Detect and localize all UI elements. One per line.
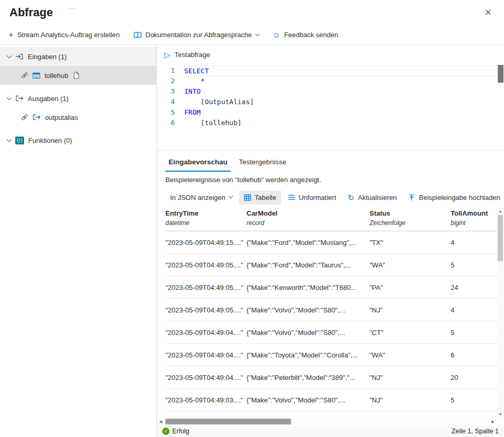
function-icon: {ƒ} <box>15 137 24 144</box>
raw-view-label: Unformatiert <box>299 194 337 201</box>
refresh-icon: ↻ <box>348 194 354 201</box>
scroll-right-icon[interactable]: ▶ <box>489 418 497 425</box>
line-number: 4 <box>157 97 182 107</box>
horizontal-scrollbar-thumb[interactable] <box>165 419 291 424</box>
chevron-down-icon <box>7 137 12 142</box>
sidebar-item-tollehub[interactable]: tollehub <box>0 66 156 85</box>
cell-tollamount: 24 <box>451 284 498 292</box>
code-line: * <box>182 76 504 86</box>
sidebar-functions-label: Funktionen (0) <box>28 137 72 144</box>
preview-info-text: Beispielereignisse von "tollehub" werden… <box>157 172 504 187</box>
cell-status: "TX" <box>369 239 451 246</box>
table-row[interactable]: "2023-05-09T04:49:15...." {"Make":"Ford"… <box>165 231 498 254</box>
cell-entrytime: "2023-05-09T04:49:04...." <box>165 329 247 337</box>
book-icon <box>133 31 142 39</box>
code-line: [tollehub] <box>182 118 504 128</box>
cell-carmodel: {"Make":"Ford","Model":"Taurus",... <box>247 261 369 269</box>
cell-status: "NJ" <box>369 306 451 314</box>
test-query-button[interactable]: Testabfrage <box>175 51 210 59</box>
table-row[interactable]: "2023-05-09T04:49:04...." {"Make":"Toyot… <box>165 344 498 366</box>
sidebar-outputs-label: Ausgaben (1) <box>28 95 69 103</box>
horizontal-scrollbar[interactable]: ◀ ▶ <box>157 418 504 425</box>
chevron-down-icon <box>228 194 232 198</box>
input-icon <box>15 53 24 60</box>
table-icon <box>244 194 251 201</box>
preview-tabs: Eingabevorschau Testergebnisse <box>157 151 504 172</box>
table-row[interactable]: "2023-05-09T04:49:04...." {"Make":"Volvo… <box>165 321 498 344</box>
editor-scrollbar-thumb[interactable] <box>498 65 503 83</box>
table-row[interactable]: "2023-05-09T04:49:05...." {"Make":"Ford"… <box>165 254 498 276</box>
line-number: 3 <box>157 86 182 97</box>
page-title: Abfrage <box>9 6 53 19</box>
table-scrollbar-thumb[interactable] <box>498 215 503 261</box>
feedback-label: Feedback senden <box>284 31 338 39</box>
query-window: Abfrage ··· × + Stream Analytics-Auftrag… <box>0 0 504 437</box>
scroll-left-icon[interactable]: ◀ <box>157 418 164 425</box>
cursor-position-label: Zeile 1, Spalte 1 <box>452 428 499 435</box>
table-view-button[interactable]: Tabelle <box>239 191 281 205</box>
smiley-icon: ☺ <box>273 31 281 39</box>
upload-icon <box>408 194 415 201</box>
table-row[interactable]: "2023-05-09T04:49:05...." {"Make":"Volvo… <box>165 299 498 321</box>
tab-test-results[interactable]: Testergebnisse <box>236 158 290 172</box>
column-type: datetime <box>165 219 241 227</box>
sidebar-item-outputalias[interactable]: outputalias <box>0 108 156 127</box>
status-bar: ✓ Erfolg Zeile 1, Spalte 1 <box>157 425 504 437</box>
output-icon <box>15 95 24 102</box>
preview-toolbar: In JSON anzeigen Tabelle <box>157 187 504 207</box>
column-name: Status <box>369 209 445 217</box>
column-name: CarModel <box>247 209 364 217</box>
line-number: 5 <box>157 107 182 118</box>
create-job-label: Stream Analytics-Auftrag erstellen <box>17 31 120 39</box>
table-scrollbar[interactable]: ▲ ▼ <box>497 207 504 418</box>
scroll-up-icon[interactable]: ▲ <box>497 207 504 215</box>
cell-tollamount: 20 <box>451 374 498 382</box>
editor-scrollbar[interactable] <box>497 64 504 150</box>
query-editor[interactable]: 1 2 3 4 5 6 SELECT * INTO [OutputAlias] … <box>157 64 504 151</box>
output-small-icon <box>32 114 41 121</box>
main-panel: ▷ Testabfrage 1 2 3 4 5 6 SELECT * INTO <box>157 45 504 437</box>
cell-tollamount: 5 <box>451 396 498 404</box>
create-job-button[interactable]: + Stream Analytics-Auftrag erstellen <box>8 30 120 39</box>
docs-label: Dokumentation zur Abfragesprache <box>145 31 252 39</box>
column-name: EntryTime <box>165 209 241 217</box>
close-icon[interactable]: × <box>481 7 495 18</box>
cell-entrytime: "2023-05-09T04:49:03...." <box>165 396 247 404</box>
code-line: SELECT <box>182 65 504 76</box>
tab-input-preview[interactable]: Eingabevorschau <box>165 158 231 172</box>
table-row[interactable]: "2023-05-09T04:49:04...." {"Make":"Peter… <box>165 366 498 389</box>
scroll-down-icon[interactable]: ▼ <box>497 410 504 418</box>
cell-tollamount: 4 <box>451 239 498 246</box>
preview-table: EntryTime datetime CarModel record Statu… <box>157 207 504 418</box>
list-icon <box>288 194 295 200</box>
sidebar-section-outputs[interactable]: Ausgaben (1) <box>0 89 156 108</box>
code-line: FROM <box>182 107 504 118</box>
line-number: 6 <box>157 118 182 128</box>
table-row[interactable]: "2023-05-09T04:49:05...." {"Make":"Kenwo… <box>165 276 498 299</box>
docs-dropdown[interactable]: Dokumentation zur Abfragesprache <box>133 31 259 39</box>
cell-status: "NJ" <box>369 396 451 404</box>
status-success-label: Erfolg <box>172 428 189 435</box>
column-header: TollAmount bigint <box>451 209 498 227</box>
table-row[interactable]: "2023-05-09T04:49:03...." {"Make":"Volvo… <box>165 389 498 411</box>
document-icon[interactable] <box>73 72 80 79</box>
cell-carmodel: {"Make":"Toyota","Model":"Corolla",... <box>247 351 369 359</box>
json-view-dropdown[interactable]: In JSON anzeigen <box>165 191 237 205</box>
upload-sample-button[interactable]: Beispieleingabe hochladen <box>404 191 504 205</box>
upload-sample-label: Beispieleingabe hochladen <box>419 194 500 201</box>
feedback-button[interactable]: ☺ Feedback senden <box>273 31 339 39</box>
code-line: INTO <box>182 86 504 97</box>
cell-status: "CT" <box>369 329 451 337</box>
command-bar: + Stream Analytics-Auftrag erstellen Dok… <box>0 25 504 45</box>
line-number: 2 <box>157 76 182 86</box>
refresh-button[interactable]: ↻ Aktualisieren <box>343 191 401 205</box>
cell-entrytime: "2023-05-09T04:49:05...." <box>165 261 247 269</box>
sidebar-section-functions[interactable]: {ƒ} Funktionen (0) <box>0 131 156 150</box>
more-options-icon[interactable]: ··· <box>68 4 77 12</box>
cell-carmodel: {"Make":"Peterbilt","Model":"389","... <box>247 374 369 382</box>
sidebar-section-inputs[interactable]: Eingaben (1) <box>0 47 156 66</box>
code-area[interactable]: SELECT * INTO [OutputAlias] FROM [tolleh… <box>182 64 504 150</box>
line-number: 1 <box>157 65 182 76</box>
chevron-down-icon <box>7 53 12 58</box>
raw-view-button[interactable]: Unformatiert <box>283 191 341 205</box>
